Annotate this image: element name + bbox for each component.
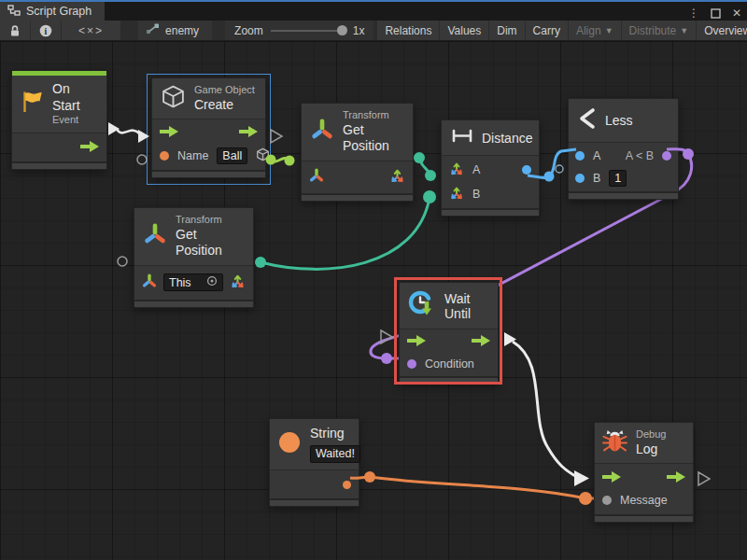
flow-in-arrow[interactable] <box>602 469 621 486</box>
node-debug-log[interactable]: Debug Log Message <box>594 422 694 523</box>
script-graph-window: Script Graph ⋮ ✕ i <×> enemy Zoom 1x <box>0 0 747 560</box>
transform-icon <box>143 222 167 250</box>
node-title: Less <box>605 113 633 128</box>
node-subtitle: Event <box>52 114 97 127</box>
graph-toolbar: i <×> enemy Zoom 1x Relations Values Dim… <box>0 21 747 41</box>
node-title: Create <box>194 97 255 114</box>
lock-icon[interactable] <box>0 21 30 40</box>
port-label-b: B <box>472 188 480 201</box>
node-footer <box>152 170 265 177</box>
string-input[interactable]: Waited! <box>310 445 360 464</box>
port-label-b: B <box>593 172 600 185</box>
transform-port-icon[interactable] <box>142 273 157 292</box>
node-get-position-1[interactable]: Transform Get Position <box>301 103 414 202</box>
port-name[interactable] <box>160 151 169 161</box>
flag-icon <box>21 90 44 118</box>
node-footer <box>442 208 539 216</box>
port-label: Message <box>620 494 668 507</box>
node-title: String <box>310 426 360 442</box>
port-label-a: A <box>593 149 600 162</box>
less-icon <box>578 106 597 134</box>
port-b[interactable] <box>575 174 585 183</box>
distribute-button[interactable]: Distribute▼ <box>622 21 697 40</box>
game-object-icon <box>256 147 270 165</box>
port-message[interactable] <box>602 496 612 505</box>
carry-button[interactable]: Carry <box>526 21 568 40</box>
node-title: Get Position <box>176 227 244 259</box>
bug-icon <box>602 428 627 457</box>
string-icon <box>277 430 302 458</box>
target-input[interactable]: This <box>163 273 223 291</box>
vector3-port-icon[interactable] <box>449 161 464 179</box>
vector3-port-icon[interactable] <box>449 185 464 203</box>
transform-port-icon[interactable] <box>309 168 324 187</box>
code-icon[interactable]: <×> <box>62 21 120 40</box>
node-footer <box>270 498 359 506</box>
graph-tab-icon <box>7 5 21 19</box>
b-input[interactable]: 1 <box>609 170 627 187</box>
overview-button[interactable]: Overview <box>697 21 747 40</box>
node-category: Transform <box>343 109 403 122</box>
port-a[interactable] <box>575 151 585 161</box>
node-title: Get Position <box>343 122 403 155</box>
maximize-icon[interactable] <box>711 8 721 19</box>
name-input[interactable]: Ball <box>217 147 247 164</box>
flow-out-arrow[interactable] <box>80 139 99 156</box>
node-footer <box>302 193 413 201</box>
flow-in-arrow[interactable] <box>160 124 178 141</box>
zoom-slider-handle[interactable] <box>337 25 347 35</box>
node-get-position-2[interactable]: Transform Get Position This <box>134 207 254 308</box>
info-icon[interactable]: i <box>31 21 61 40</box>
port-result[interactable] <box>522 165 531 175</box>
node-title: On Start <box>52 81 97 114</box>
node-footer <box>12 161 106 169</box>
tab-bar: Script Graph ⋮ ✕ <box>0 2 747 21</box>
graph-crumb-icon <box>146 23 160 37</box>
port-value[interactable] <box>343 481 351 489</box>
cube-icon <box>161 84 186 113</box>
zoom-label: Zoom <box>234 24 263 37</box>
node-category: Transform <box>176 214 244 227</box>
debug-highlight-outline <box>394 277 502 385</box>
menu-icon[interactable]: ⋮ <box>688 7 699 20</box>
zoom-control: Zoom 1x <box>225 21 374 40</box>
comparison-label: A < B <box>626 149 654 162</box>
dim-button[interactable]: Dim <box>489 21 524 40</box>
node-footer <box>569 191 678 199</box>
vector3-out-icon[interactable] <box>230 273 246 292</box>
node-category: Debug <box>636 428 666 441</box>
node-title: Distance <box>482 131 532 146</box>
flow-out-arrow[interactable] <box>239 124 258 141</box>
graph-breadcrumb[interactable]: enemy <box>138 21 212 40</box>
node-create-game-object[interactable]: Game Object Create Name Ball <box>151 77 266 178</box>
distance-icon <box>451 129 473 147</box>
node-title: Log <box>636 441 666 458</box>
window-controls: ⋮ ✕ <box>688 5 741 21</box>
transform-icon <box>310 118 334 146</box>
chevron-down-icon: ▼ <box>680 26 688 35</box>
vector3-out-icon[interactable] <box>389 167 405 187</box>
graph-name: enemy <box>165 24 199 37</box>
port-result[interactable] <box>662 151 671 161</box>
relations-button[interactable]: Relations <box>377 21 439 40</box>
node-less[interactable]: Less A A < B B 1 <box>568 98 679 200</box>
port-label: Name <box>177 149 208 162</box>
svg-text:i: i <box>45 25 48 35</box>
close-icon[interactable]: ✕ <box>732 7 741 20</box>
node-footer <box>595 514 693 522</box>
port-label-a: A <box>472 163 480 176</box>
target-picker-icon[interactable] <box>206 275 218 289</box>
zoom-value: 1x <box>353 24 365 37</box>
align-button[interactable]: Align▼ <box>569 21 621 40</box>
tab-script-graph[interactable]: Script Graph <box>0 2 105 21</box>
values-button[interactable]: Values <box>440 21 488 40</box>
node-footer <box>134 300 253 307</box>
node-on-start[interactable]: On Start Event <box>11 70 107 170</box>
node-category: Game Object <box>194 84 255 97</box>
flow-out-arrow[interactable] <box>667 469 685 486</box>
zoom-slider[interactable] <box>271 30 345 32</box>
node-distance[interactable]: Distance A B <box>441 119 540 217</box>
node-string[interactable]: String Waited! <box>269 418 359 507</box>
tab-title: Script Graph <box>26 5 92 18</box>
chevron-down-icon: ▼ <box>605 26 613 35</box>
